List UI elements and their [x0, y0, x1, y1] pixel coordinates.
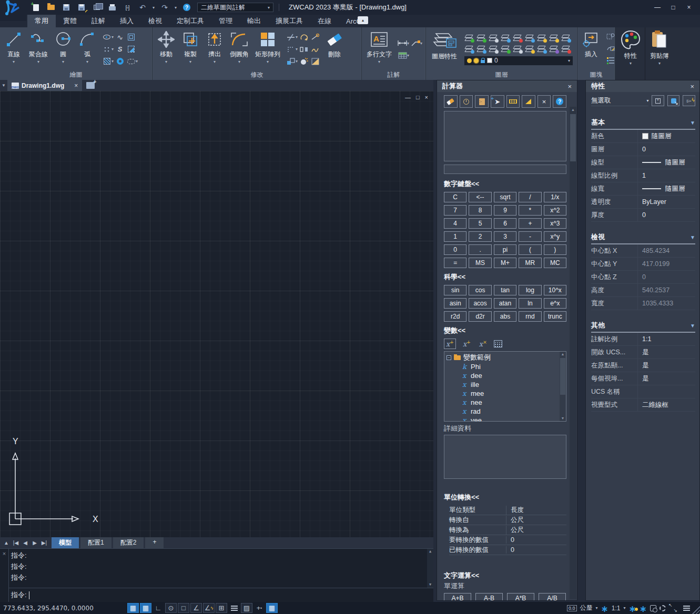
collapse-group-icon[interactable]: ▼	[690, 323, 695, 329]
workspace-dropdown[interactable]: 二維草圖與註解 ▾	[197, 3, 273, 12]
doc-restore-icon[interactable]: □	[416, 94, 420, 100]
layer-prev-icon[interactable]	[476, 44, 485, 54]
auto-annotation-icon[interactable]: ∗	[640, 607, 647, 612]
open-file-icon[interactable]	[46, 3, 56, 12]
layer-isolate2-icon[interactable]	[512, 44, 522, 54]
collapse-icon[interactable]: −	[447, 355, 451, 360]
layer-on-icon[interactable]	[476, 33, 485, 43]
layer-current-icon[interactable]	[488, 44, 498, 54]
variables-section-label[interactable]: 變數<<	[444, 326, 566, 335]
print-icon[interactable]	[107, 3, 117, 12]
command-history[interactable]: 指令:指令:指令: ▲ ▼	[9, 549, 433, 588]
close-button[interactable]: ×	[683, 4, 695, 11]
line-button[interactable]: 直線 ▾	[2, 29, 25, 70]
ellipse-icon[interactable]	[102, 33, 111, 42]
extend-icon[interactable]	[310, 33, 320, 42]
donut-icon[interactable]	[115, 57, 125, 66]
last-layout-icon[interactable]: ▶|	[40, 540, 48, 546]
variable-tree-item[interactable]: k Phi	[447, 362, 566, 371]
calc-help-icon[interactable]: ?	[553, 95, 566, 108]
selection-dropdown[interactable]: 無選取 ▾	[591, 96, 648, 106]
calc-key[interactable]: x^y	[544, 231, 566, 242]
get-coordinates-icon[interactable]: ➤	[491, 95, 504, 108]
document-tab[interactable]: DWG Drawing1.dwg ×	[7, 80, 82, 91]
history-icon[interactable]	[460, 95, 473, 108]
layer-isolate-icon[interactable]	[488, 33, 498, 43]
select-objects-icon[interactable]	[667, 95, 680, 106]
unit-table-row[interactable]: 單位類型 長度	[449, 505, 566, 515]
point-dropdown-icon[interactable]: ▾	[111, 47, 114, 52]
quick-select-icon[interactable]: ▻	[683, 95, 695, 106]
variable-details-box[interactable]	[444, 435, 566, 479]
calc-key[interactable]: /	[519, 192, 541, 202]
first-layout-icon[interactable]: |◀	[12, 540, 20, 546]
layout-tab[interactable]: +	[145, 537, 164, 548]
layer-lock-icon[interactable]	[481, 60, 485, 63]
erase-button[interactable]: 刪除	[323, 29, 346, 70]
keypad-section-label[interactable]: 數字鍵盤<<	[444, 179, 566, 189]
object-snap-tracking-icon[interactable]: ∠	[190, 603, 202, 613]
annotation-scale-dropdown-icon[interactable]: ▾	[623, 606, 625, 610]
property-row[interactable]: 中心點 Z 0	[591, 271, 695, 284]
property-row[interactable]: 透明度 ByLayer	[591, 196, 695, 209]
publish-icon[interactable]	[92, 3, 102, 12]
unit-format-box[interactable]: 0.0	[567, 605, 577, 611]
layer-thaw-icon[interactable]	[536, 33, 546, 43]
ribbon-tab[interactable]: 插入	[113, 15, 141, 27]
scroll-down-icon[interactable]: ▼	[560, 416, 566, 421]
attribute-manager-icon[interactable]	[606, 56, 615, 65]
variable-tree-item[interactable]: x vee	[447, 416, 566, 422]
layout-tab[interactable]: 模型	[52, 537, 79, 548]
drawing-canvas[interactable]: — □ × Y X	[0, 91, 433, 537]
property-row[interactable]: 線型 隨圖層	[591, 156, 695, 169]
polar-tracking-icon[interactable]: ⊙	[165, 603, 177, 613]
dimension-dropdown-icon[interactable]: ▾	[407, 41, 409, 46]
save-icon[interactable]	[61, 3, 72, 12]
circle-button[interactable]: 圓 ▾	[52, 29, 75, 70]
text-op-button[interactable]: A/B	[539, 593, 566, 600]
arc-button[interactable]: 弧 ▾	[76, 29, 99, 70]
units-dropdown-icon[interactable]: ▾	[596, 606, 598, 610]
property-row[interactable]: 中心點 X 485.4234	[591, 244, 695, 258]
calc-key[interactable]: (	[519, 244, 541, 255]
layer-dropdown[interactable]: 0 ▾	[464, 56, 573, 66]
properties-palette-button[interactable]: 特性 ▾	[617, 27, 644, 76]
ribbon-collapse-icon[interactable]: ▴	[358, 16, 368, 24]
layer-freeze-sun-icon[interactable]	[474, 58, 479, 63]
calc-key[interactable]: <--	[469, 192, 491, 202]
calc-key[interactable]: )	[544, 244, 566, 255]
stretch-button[interactable]: 擠出 ▾	[203, 29, 226, 70]
new-document-tab-icon[interactable]	[86, 82, 95, 89]
calc-key[interactable]: .	[469, 244, 491, 255]
redo-dropdown-icon[interactable]: ▾	[175, 5, 177, 10]
text-op-button[interactable]: A-B	[475, 593, 503, 600]
new-variable-icon[interactable]: x+	[444, 339, 456, 349]
copy-button[interactable]: 複製 ▾	[179, 29, 202, 70]
scale-icon[interactable]	[286, 57, 296, 66]
trim-icon[interactable]	[286, 33, 296, 42]
command-scrollbar[interactable]: ▲ ▼	[427, 549, 433, 588]
variable-tree-item[interactable]: x ille	[447, 380, 566, 389]
revision-cloud-icon[interactable]	[126, 57, 136, 66]
calc-key[interactable]: 1	[444, 231, 466, 242]
property-row[interactable]: 厚度 0	[591, 209, 695, 222]
calculator-grid-icon[interactable]	[494, 340, 502, 347]
clipboard-button[interactable]: 剪貼簿 ▾	[646, 27, 673, 76]
variable-tree-item[interactable]: x dee	[447, 371, 566, 380]
property-row[interactable]: 註解比例 1:1	[591, 333, 695, 346]
fillet-button[interactable]: 倒圓角 ▾	[227, 29, 251, 70]
rectangle-icon[interactable]	[126, 33, 136, 42]
calc-key[interactable]: +	[519, 218, 541, 229]
spline-wave-icon[interactable]: ∿	[115, 33, 125, 42]
variables-tree-root[interactable]: − 變數範例	[447, 353, 566, 362]
property-row[interactable]: 在原點顯... 是	[591, 359, 695, 372]
settings-gear-icon[interactable]	[660, 605, 666, 611]
scroll-up-icon[interactable]: ▲	[427, 549, 433, 555]
calc-key[interactable]: MC	[544, 258, 566, 268]
spline-icon[interactable]: S	[115, 45, 125, 54]
properties-close-icon[interactable]: ×	[690, 83, 694, 90]
ribbon-tab[interactable]: 定制工具	[169, 15, 211, 27]
selection-cycling-icon[interactable]	[650, 605, 656, 611]
calculator-history-box[interactable]	[444, 111, 566, 161]
edit-variable-icon[interactable]: x+	[461, 339, 472, 349]
